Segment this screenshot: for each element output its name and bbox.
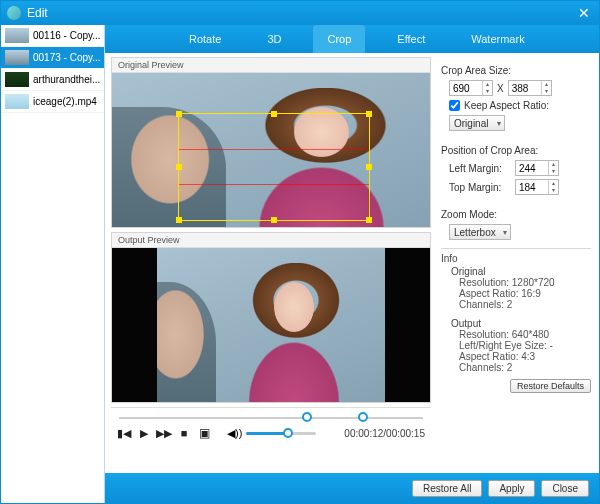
file-item[interactable]: 00116 - Copy... <box>1 25 104 47</box>
info-row: Channels: 2 <box>459 362 591 373</box>
crop-rectangle[interactable] <box>178 113 370 221</box>
file-name: 00116 - Copy... <box>33 30 101 41</box>
crop-width-spinner[interactable]: ▴▾ <box>449 80 493 96</box>
file-sidebar: 00116 - Copy... 00173 - Copy... arthuran… <box>1 25 105 503</box>
apply-button[interactable]: Apply <box>488 480 535 497</box>
crop-size-label: Crop Area Size: <box>441 65 591 76</box>
crop-handle[interactable] <box>271 111 277 117</box>
file-item[interactable]: iceage(2).mp4 <box>1 91 104 113</box>
close-button[interactable]: Close <box>541 480 589 497</box>
snapshot-button[interactable]: ▣ <box>197 426 211 440</box>
tab-effect[interactable]: Effect <box>383 25 439 53</box>
info-row: Channels: 2 <box>459 299 591 310</box>
crop-handle[interactable] <box>176 217 182 223</box>
info-row: Resolution: 1280*720 <box>459 277 591 288</box>
spin-up-icon[interactable]: ▴ <box>548 180 558 187</box>
spin-down-icon[interactable]: ▾ <box>548 187 558 194</box>
spin-down-icon[interactable]: ▾ <box>541 88 551 95</box>
top-margin-label: Top Margin: <box>449 182 511 193</box>
output-preview-panel: Output Preview <box>111 232 431 403</box>
spin-up-icon[interactable]: ▴ <box>482 81 492 88</box>
thumb-icon <box>5 28 29 43</box>
left-margin-input[interactable] <box>516 163 548 174</box>
restore-defaults-button[interactable]: Restore Defaults <box>510 379 591 393</box>
spin-up-icon[interactable]: ▴ <box>541 81 551 88</box>
left-margin-label: Left Margin: <box>449 163 511 174</box>
tab-watermark[interactable]: Watermark <box>457 25 538 53</box>
prev-button[interactable]: ▮◀ <box>117 426 131 440</box>
ffwd-button[interactable]: ▶▶ <box>157 426 171 440</box>
time-display: 00:00:12/00:00:15 <box>344 428 425 439</box>
original-preview-panel: Original Preview <box>111 57 431 228</box>
play-button[interactable]: ▶ <box>137 426 151 440</box>
file-item[interactable]: 00173 - Copy... <box>1 47 104 69</box>
tab-crop[interactable]: Crop <box>313 25 365 53</box>
progress-marker[interactable] <box>358 412 368 422</box>
titlebar: Edit ✕ <box>1 1 599 25</box>
output-preview-label: Output Preview <box>112 233 430 248</box>
crop-handle[interactable] <box>366 164 372 170</box>
stop-button[interactable]: ■ <box>177 426 191 440</box>
crop-handle[interactable] <box>366 217 372 223</box>
crop-height-spinner[interactable]: ▴▾ <box>508 80 552 96</box>
edit-tabs: Rotate 3D Crop Effect Watermark <box>105 25 599 53</box>
info-row: Resolution: 640*480 <box>459 329 591 340</box>
tab-3d[interactable]: 3D <box>253 25 295 53</box>
volume-handle[interactable] <box>283 428 293 438</box>
crop-position-label: Position of Crop Area: <box>441 145 591 156</box>
crop-height-input[interactable] <box>509 83 541 94</box>
crop-handle[interactable] <box>176 111 182 117</box>
volume-icon: ◀)) <box>227 427 242 440</box>
spin-down-icon[interactable]: ▾ <box>548 168 558 175</box>
playbar: ▮◀ ▶ ▶▶ ■ ▣ ◀)) 00:00:12/00:00:15 <box>111 407 431 442</box>
progress-track[interactable] <box>115 412 427 424</box>
info-original-label: Original <box>451 266 591 277</box>
window-title: Edit <box>27 6 48 20</box>
crop-handle[interactable] <box>271 217 277 223</box>
original-preview[interactable] <box>112 73 430 227</box>
info-panel: Info Original Resolution: 1280*720 Aspec… <box>441 253 591 373</box>
info-row: Left/Right Eye Size: - <box>459 340 591 351</box>
original-preview-label: Original Preview <box>112 58 430 73</box>
aspect-ratio-select[interactable]: Original <box>449 115 505 131</box>
top-margin-spinner[interactable]: ▴▾ <box>515 179 559 195</box>
crop-settings: Crop Area Size: ▴▾ X ▴▾ Keep Aspect Rati… <box>435 57 593 473</box>
restore-all-button[interactable]: Restore All <box>412 480 482 497</box>
spin-up-icon[interactable]: ▴ <box>548 161 558 168</box>
file-item[interactable]: arthurandthei... <box>1 69 104 91</box>
spin-down-icon[interactable]: ▾ <box>482 88 492 95</box>
x-label: X <box>497 83 504 94</box>
info-output-label: Output <box>451 318 591 329</box>
info-header: Info <box>441 253 591 264</box>
volume-control[interactable]: ◀)) <box>227 427 316 440</box>
file-name: iceage(2).mp4 <box>33 96 97 107</box>
keep-ratio-label: Keep Aspect Ratio: <box>464 100 549 111</box>
crop-handle[interactable] <box>176 164 182 170</box>
info-row: Aspect Ratio: 4:3 <box>459 351 591 362</box>
zoom-mode-select[interactable]: Letterbox <box>449 224 511 240</box>
zoom-mode-label: Zoom Mode: <box>441 209 591 220</box>
progress-marker[interactable] <box>302 412 312 422</box>
output-preview <box>112 248 430 402</box>
close-icon[interactable]: ✕ <box>575 4 593 22</box>
crop-width-input[interactable] <box>450 83 482 94</box>
tab-rotate[interactable]: Rotate <box>175 25 235 53</box>
thumb-icon <box>5 72 29 87</box>
thumb-icon <box>5 94 29 109</box>
app-icon <box>7 6 21 20</box>
file-name: 00173 - Copy... <box>33 52 101 63</box>
crop-handle[interactable] <box>366 111 372 117</box>
info-row: Aspect Ratio: 16:9 <box>459 288 591 299</box>
top-margin-input[interactable] <box>516 182 548 193</box>
keep-ratio-checkbox[interactable] <box>449 100 460 111</box>
left-margin-spinner[interactable]: ▴▾ <box>515 160 559 176</box>
thumb-icon <box>5 50 29 65</box>
file-name: arthurandthei... <box>33 74 100 85</box>
bottom-bar: Restore All Apply Close <box>105 473 599 503</box>
